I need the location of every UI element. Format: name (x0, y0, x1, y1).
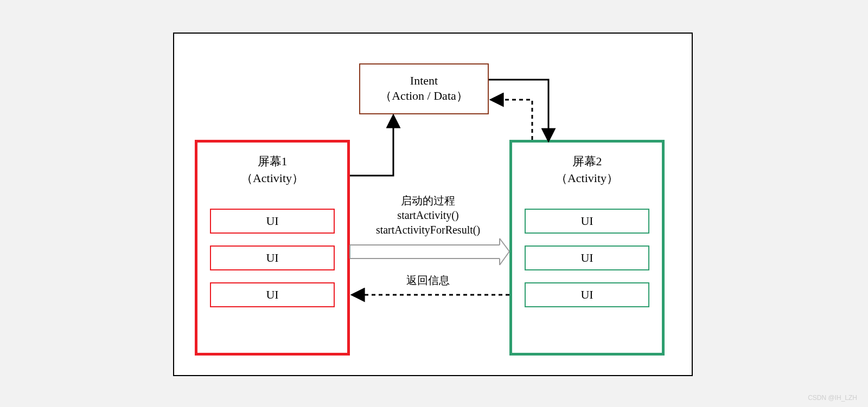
intent-box: Intent （Action / Data） (359, 63, 489, 114)
intent-subtitle: （Action / Data） (360, 88, 488, 104)
arrow-screen2-to-intent (492, 100, 532, 140)
screen2-box: 屏幕2 （Activity） UI UI UI (509, 140, 665, 356)
screen1-ui-3: UI (210, 282, 335, 307)
screen1-ui-1: UI (210, 209, 335, 234)
screen1-title-line2: （Activity） (241, 171, 304, 185)
screen1-title: 屏幕1 （Activity） (197, 153, 347, 187)
screen2-title-line1: 屏幕2 (572, 154, 602, 168)
outer-frame: Intent （Action / Data） 屏幕1 （Activity） UI… (173, 33, 693, 376)
return-info-label: 返回信息 (355, 273, 501, 288)
screen2-ui-3: UI (525, 282, 649, 307)
screen1-title-line1: 屏幕1 (258, 154, 288, 168)
arrow-screen1-to-intent (350, 117, 393, 176)
start-process-label: 启动的过程 (355, 193, 501, 208)
screen2-ui-stack: UI UI UI (512, 209, 662, 307)
screen2-title: 屏幕2 （Activity） (512, 153, 662, 187)
svg-line-2 (500, 238, 509, 251)
intent-title: Intent (360, 74, 488, 88)
start-process-label-group: 启动的过程 startActivity() startActivityForRe… (355, 193, 501, 237)
arrow-intent-to-screen2 (489, 80, 548, 140)
screen1-ui-stack: UI UI UI (197, 209, 347, 307)
screen2-ui-2: UI (525, 246, 649, 270)
watermark: CSDN @IH_LZH (808, 394, 857, 402)
diagram-canvas: Intent （Action / Data） 屏幕1 （Activity） UI… (0, 0, 868, 407)
start-activity-for-result-label: startActivityForResult() (355, 223, 501, 237)
start-activity-label: startActivity() (355, 208, 501, 223)
screen1-box: 屏幕1 （Activity） UI UI UI (195, 140, 350, 356)
screen2-ui-1: UI (525, 209, 649, 234)
svg-line-3 (500, 251, 509, 265)
screen2-title-line2: （Activity） (556, 171, 618, 185)
screen1-ui-2: UI (210, 246, 335, 270)
